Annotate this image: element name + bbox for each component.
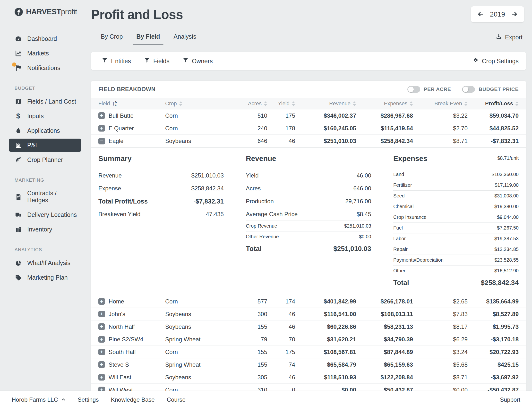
sidebar-item-what-if-analysis[interactable]: What/If Analysis — [9, 256, 81, 269]
company-menu-button[interactable]: Horob Farms LLC — [12, 396, 66, 403]
expenses-panel: Expenses $8.71/unit Land$103,360.00Ferti… — [382, 148, 519, 295]
year-value: 2019 — [490, 10, 505, 18]
break-even-cell: $8.71 — [413, 374, 468, 381]
crop-settings-button[interactable]: Crop Settings — [473, 57, 519, 65]
column-header-revenue[interactable]: Revenue — [295, 100, 356, 107]
sidebar-item-contracts-hedges[interactable]: Contracts / Hedges — [9, 187, 81, 207]
summary-panel: Summary Revenue$251,010.03Expense$258,84… — [98, 148, 235, 295]
column-header-label: Revenue — [329, 100, 351, 107]
revenue-cell: $346,002.37 — [295, 112, 356, 119]
profit-loss-cell: -$3,170.18 — [468, 336, 519, 343]
field-cell: +E Quarter — [98, 125, 165, 132]
previous-year-button[interactable] — [477, 11, 484, 18]
acres-cell: 240 — [226, 125, 267, 132]
detail-row-value: $31,008.00 — [494, 193, 519, 199]
funnel-icon — [102, 57, 108, 65]
field-cell: +Pine S2/SW4 — [98, 336, 165, 343]
footer-link-course[interactable]: Course — [167, 396, 186, 403]
sidebar-item-inputs[interactable]: $Inputs — [9, 109, 81, 123]
tab-analysis[interactable]: Analysis — [167, 30, 203, 45]
expand-row-icon[interactable]: + — [98, 298, 105, 305]
column-header-crop[interactable]: Crop — [165, 100, 226, 107]
footer-link-settings[interactable]: Settings — [78, 396, 99, 403]
yield-cell: 74 — [267, 361, 295, 368]
column-header-break-even[interactable]: Break Even — [413, 100, 468, 107]
marketing-tag-icon — [14, 274, 22, 281]
sidebar-item-marketing-plan[interactable]: Marketing Plan — [9, 271, 81, 284]
brand[interactable]: HARVESTprofit — [0, 7, 91, 17]
expand-row-icon[interactable]: + — [98, 311, 105, 317]
detail-row-label: Land — [393, 172, 404, 177]
collapse-row-icon[interactable]: − — [98, 138, 105, 144]
detail-row-label: Production — [246, 198, 274, 205]
detail-row-payments-depreciation: Payments/Depreciation$23,528.55 — [393, 255, 519, 265]
sidebar-item-inventory[interactable]: Inventory — [9, 223, 81, 236]
sidebar-item-label: What/If Analysis — [27, 259, 70, 266]
per-acre-toggle[interactable]: PER ACRE — [407, 86, 451, 93]
sidebar-item-markets[interactable]: Markets — [9, 47, 81, 60]
expand-row-icon[interactable]: + — [98, 336, 105, 343]
detail-row-label: Revenue — [98, 172, 122, 179]
column-header-yield[interactable]: Yield — [267, 100, 295, 107]
sidebar-item-applications[interactable]: Applications — [9, 124, 81, 137]
sidebar-item-dashboard[interactable]: Dashboard — [9, 32, 81, 45]
footer: Horob Farms LLC SettingsKnowledge BaseCo… — [0, 391, 532, 408]
sidebar-section-label-budget: BUDGET — [0, 86, 91, 91]
expand-row-icon[interactable]: + — [98, 387, 105, 391]
sidebar-item-notifications[interactable]: Notifications — [9, 61, 81, 74]
app-root: HARVESTprofit DashboardMarketsNotificati… — [0, 0, 532, 391]
yield-cell: 178 — [267, 125, 295, 132]
expand-row-icon[interactable]: + — [98, 361, 105, 368]
expand-row-icon[interactable]: + — [98, 112, 105, 119]
column-header-acres[interactable]: Acres — [226, 100, 267, 107]
crop-cell: Soybeans — [165, 374, 226, 381]
export-button[interactable]: Export — [496, 33, 523, 41]
expand-row-icon[interactable]: + — [98, 125, 105, 132]
tab-by-crop[interactable]: By Crop — [94, 30, 129, 45]
detail-row-yield: Yield46.00 — [246, 169, 371, 182]
funnel-icon — [144, 57, 150, 65]
expand-row-icon[interactable]: + — [98, 323, 105, 330]
column-header-field[interactable]: Field↓AZ — [98, 100, 165, 107]
filter-owners-button[interactable]: Owners — [183, 57, 213, 65]
field-cell: +Bull Butte — [98, 112, 165, 119]
sidebar-item-p-l[interactable]: P&L — [9, 139, 81, 152]
tab-by-field[interactable]: By Field — [129, 30, 167, 45]
detail-row-value: $103,360.00 — [492, 172, 519, 177]
table-rows-top: +Bull ButteCorn510175$346,002.37$286,967… — [91, 109, 526, 147]
sidebar-item-delivery-locations[interactable]: Delivery Locations — [9, 208, 81, 221]
sidebar-item-label: Crop Planner — [27, 156, 63, 163]
per-acre-toggle-switch[interactable] — [407, 86, 420, 93]
budget-price-toggle-switch[interactable] — [462, 86, 475, 93]
filter-fields-button[interactable]: Fields — [144, 57, 170, 65]
footer-left: Horob Farms LLC SettingsKnowledge BaseCo… — [12, 396, 186, 403]
sidebar-item-crop-planner[interactable]: Crop Planner — [9, 153, 81, 166]
column-header-label: Break Even — [434, 100, 462, 107]
fields-map-icon — [14, 98, 22, 105]
crop-cell: Corn — [165, 349, 226, 355]
sidebar-section-label-analytics: ANALYTICS — [0, 247, 91, 252]
next-year-button[interactable] — [511, 11, 518, 18]
export-label: Export — [505, 34, 523, 41]
footer-link-knowledge-base[interactable]: Knowledge Base — [111, 396, 154, 403]
detail-row-other-revenue: Other Revenue$0.00 — [246, 231, 371, 242]
expand-row-icon[interactable]: + — [98, 349, 105, 355]
detail-row-chemical: Chemical$19,380.00 — [393, 201, 519, 212]
detail-row-label: Fertilizer — [393, 182, 412, 188]
support-link[interactable]: Support — [500, 396, 520, 403]
expand-row-icon[interactable]: + — [98, 374, 105, 381]
budget-price-toggle[interactable]: BUDGET PRICE — [462, 86, 519, 93]
column-header-profit-loss[interactable]: Profit/Loss — [468, 100, 519, 107]
budget-price-toggle-label: BUDGET PRICE — [479, 86, 519, 92]
expenses-panel-head: Expenses $8.71/unit — [393, 154, 519, 164]
crop-cell: Corn — [165, 387, 226, 391]
detail-row-labor: Labor$19,387.53 — [393, 233, 519, 244]
sidebar-item-label: Notifications — [27, 64, 60, 71]
crop-planner-leaf-icon — [14, 156, 22, 163]
column-header-expenses[interactable]: Expenses — [356, 100, 413, 107]
detail-row-fuel: Fuel$7,267.50 — [393, 222, 519, 233]
acres-cell: 646 — [226, 138, 267, 144]
sidebar-item-fields-land-cost[interactable]: Fields / Land Cost — [9, 95, 81, 108]
filter-entities-button[interactable]: Entities — [102, 57, 131, 65]
expenses-cell: $108,013.11 — [356, 311, 413, 318]
